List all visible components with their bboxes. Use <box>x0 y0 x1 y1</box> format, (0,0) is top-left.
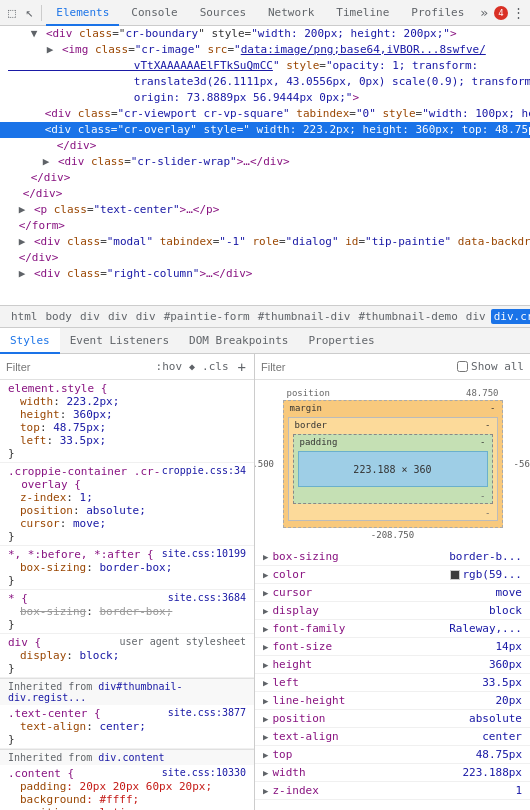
tab-properties[interactable]: Properties <box>298 328 384 354</box>
computed-expand-icon[interactable]: ▶ <box>263 570 268 580</box>
inherited-link-content[interactable]: div.content <box>98 752 164 763</box>
add-style-icon[interactable]: + <box>236 359 248 375</box>
box-model-container: position 48.750 margin - border <box>255 380 530 548</box>
position-label: position <box>287 388 330 398</box>
computed-expand-icon[interactable]: ▶ <box>263 606 268 616</box>
breadcrumb-cr-overlay[interactable]: div.cr-overlay <box>491 309 530 324</box>
tab-styles[interactable]: Styles <box>0 328 60 354</box>
breadcrumb-div1[interactable]: div <box>77 309 103 324</box>
expand-triangle[interactable] <box>19 203 26 216</box>
computed-expand-icon[interactable]: ▶ <box>263 714 268 724</box>
computed-color: ▶ color rgb(59... <box>255 566 530 584</box>
expand-triangle[interactable] <box>19 267 26 280</box>
dom-line[interactable]: </div> <box>0 170 530 186</box>
more-tabs-icon[interactable]: » <box>476 5 492 21</box>
computed-expand-icon[interactable]: ▶ <box>263 624 268 634</box>
breadcrumb-paintie-form[interactable]: #paintie-form <box>161 309 253 324</box>
dom-line-selected[interactable]: <div class="cr-overlay" style=" width: 2… <box>0 122 530 138</box>
dom-line[interactable]: <img class="cr-image" src="data:image/pn… <box>0 42 530 106</box>
dom-line[interactable]: <div class="modal" tabindex="-1" role="d… <box>0 234 530 250</box>
computed-z-index: ▶ z-index 1 <box>255 782 530 800</box>
border-dash: - <box>485 420 490 430</box>
dom-line[interactable]: <div class="cr-viewport cr-vp-square" ta… <box>0 106 530 122</box>
computed-expand-icon[interactable]: ▶ <box>263 786 268 796</box>
breadcrumb-thumbnail-div[interactable]: #thumbnail-div <box>255 309 354 324</box>
show-all-checkbox[interactable] <box>457 361 468 372</box>
expand-triangle[interactable] <box>43 155 50 168</box>
dom-line[interactable]: </div> <box>0 250 530 266</box>
cls-pseudo[interactable]: .cls <box>199 359 232 374</box>
computed-expand-icon[interactable]: ▶ <box>263 642 268 652</box>
css-source-site-10330[interactable]: site.css:10330 <box>162 767 246 780</box>
css-rule-croppie: .croppie-container .cr- overlay { croppi… <box>0 463 254 546</box>
css-source-site-10199[interactable]: site.css:10199 <box>162 548 246 561</box>
computed-left: ▶ left 33.5px <box>255 674 530 692</box>
css-source-croppie[interactable]: croppie.css:34 <box>162 465 246 491</box>
tab-elements[interactable]: Elements <box>46 0 119 26</box>
dom-line[interactable]: <div class="right-column">…</div> <box>0 266 530 282</box>
main-container: <div class="cr-boundary" style="width: 2… <box>0 26 530 810</box>
dom-line[interactable]: </div> <box>0 138 530 154</box>
expand-triangle[interactable] <box>19 235 26 248</box>
cursor-icon[interactable]: ↖ <box>22 5 38 21</box>
expand-triangle[interactable] <box>47 43 54 56</box>
styles-filter-input[interactable] <box>6 361 149 373</box>
breadcrumb-body[interactable]: body <box>43 309 76 324</box>
settings-icon[interactable]: ⋮ <box>510 5 526 21</box>
tab-sources[interactable]: Sources <box>190 0 256 26</box>
position-top-value: 48.750 <box>466 388 499 398</box>
computed-position: ▶ position absolute <box>255 710 530 728</box>
styles-filter-row: :hov ◆ .cls + <box>0 354 254 380</box>
tab-profiles[interactable]: Profiles <box>401 0 474 26</box>
breadcrumb-html[interactable]: html <box>8 309 41 324</box>
dom-panel[interactable]: <div class="cr-boundary" style="width: 2… <box>0 26 530 306</box>
breadcrumb-div3[interactable]: div <box>133 309 159 324</box>
css-source-site-3684[interactable]: site.css:3684 <box>168 592 246 605</box>
css-rule-star: * { site.css:3684 box-sizing: border-box… <box>0 590 254 634</box>
content-size: 223.188 × 360 <box>353 464 431 475</box>
computed-expand-icon[interactable]: ▶ <box>263 588 268 598</box>
computed-expand-icon[interactable]: ▶ <box>263 678 268 688</box>
computed-expand-icon[interactable]: ▶ <box>263 750 268 760</box>
inherited-link-thumbnail[interactable]: div#thumbnail-div.regist... <box>8 681 183 703</box>
computed-expand-icon[interactable]: ▶ <box>263 696 268 706</box>
box-panel: Show all position 48.750 margin - <box>255 354 530 810</box>
padding-box: padding - 223.188 × 360 - <box>293 434 493 504</box>
breadcrumb-div4[interactable]: div <box>463 309 489 324</box>
bottom-split: :hov ◆ .cls + element.style { width: 223… <box>0 354 530 810</box>
tab-event-listeners[interactable]: Event Listeners <box>60 328 179 354</box>
breadcrumb-div2[interactable]: div <box>105 309 131 324</box>
css-source-site-3877[interactable]: site.css:3877 <box>168 707 246 720</box>
computed-expand-icon[interactable]: ▶ <box>263 768 268 778</box>
tab-dom-breakpoints[interactable]: DOM Breakpoints <box>179 328 298 354</box>
tab-timeline[interactable]: Timeline <box>326 0 399 26</box>
padding-dash: - <box>480 437 485 447</box>
expand-triangle[interactable] <box>31 27 38 40</box>
tab-console[interactable]: Console <box>121 0 187 26</box>
hov-pseudo[interactable]: :hov <box>153 359 186 374</box>
dom-line[interactable]: <p class="text-center">…</p> <box>0 202 530 218</box>
css-rule-text-center: .text-center { site.css:3877 text-align:… <box>0 705 254 749</box>
computed-font-family: ▶ font-family Raleway,... <box>255 620 530 638</box>
content-box: 223.188 × 360 <box>298 451 488 487</box>
box-filter-row: Show all <box>255 354 530 380</box>
computed-expand-icon[interactable]: ▶ <box>263 732 268 742</box>
computed-line-height: ▶ line-height 20px <box>255 692 530 710</box>
margin-box: margin - border - pa <box>283 400 503 528</box>
bottom-value: -208.750 <box>283 530 503 540</box>
tab-network[interactable]: Network <box>258 0 324 26</box>
mobile-icon[interactable]: ⬚ <box>4 5 20 21</box>
css-rule-element-style: element.style { width: 223.2px; height: … <box>0 380 254 463</box>
filter-diamond-icon[interactable]: ◆ <box>189 361 195 372</box>
dom-line[interactable]: <div class="cr-slider-wrap">…</div> <box>0 154 530 170</box>
devtools-toolbar: ⬚ ↖ Elements Console Sources Network Tim… <box>0 0 530 26</box>
computed-expand-icon[interactable]: ▶ <box>263 552 268 562</box>
computed-text-align: ▶ text-align center <box>255 728 530 746</box>
computed-expand-icon[interactable]: ▶ <box>263 660 268 670</box>
dom-line[interactable]: </div> <box>0 186 530 202</box>
panel-tabs: Styles Event Listeners DOM Breakpoints P… <box>0 328 530 354</box>
breadcrumb-thumbnail-demo[interactable]: #thumbnail-demo <box>355 309 460 324</box>
dom-line[interactable]: </form> <box>0 218 530 234</box>
computed-filter-input[interactable] <box>261 361 457 373</box>
dom-line[interactable]: <div class="cr-boundary" style="width: 2… <box>0 26 530 42</box>
